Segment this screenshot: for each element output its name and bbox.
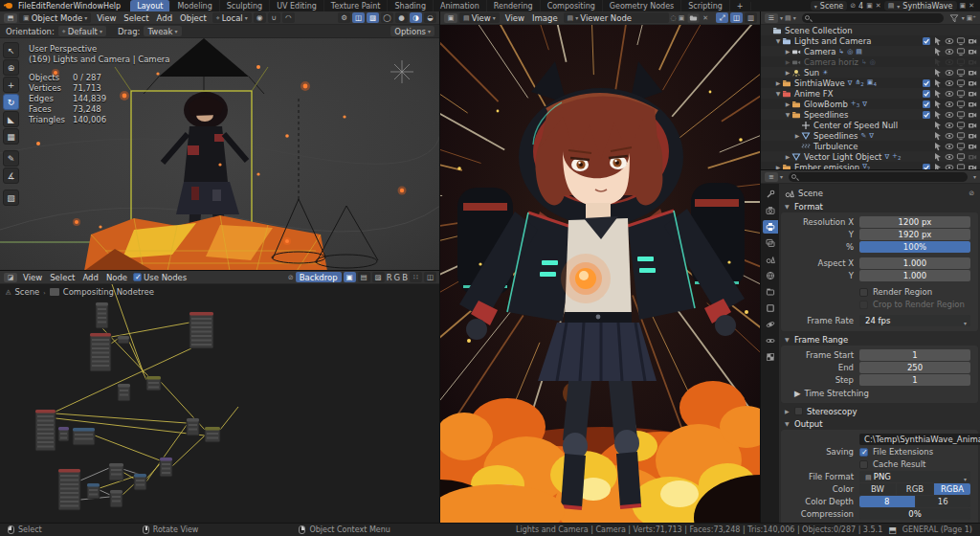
restrict-ptr-icon[interactable]	[932, 47, 943, 56]
restrict-check-icon[interactable]	[921, 89, 931, 99]
workspace-tab-rendering[interactable]: Rendering	[487, 0, 541, 11]
compositor-menu-view[interactable]: View	[19, 273, 46, 282]
restrict-check-icon[interactable]	[921, 36, 931, 46]
panel-header-stereoscopy[interactable]: ▶Stereoscopy	[781, 405, 978, 417]
editor-type-icon-outliner[interactable]: ☰	[765, 13, 778, 23]
outliner-row-camera[interactable]: ▶Camera↳◎▤	[761, 46, 980, 56]
restrict-cam-icon[interactable]	[967, 131, 977, 141]
restrict-cam-icon[interactable]	[967, 100, 977, 109]
checkbox-render-region[interactable]	[859, 288, 868, 297]
outliner-row-scene-collection[interactable]: Scene Collection	[761, 25, 980, 35]
shading-material-icon[interactable]: ◑	[410, 12, 422, 23]
channel-b[interactable]: B	[402, 273, 408, 282]
outliner-row-sun[interactable]: ▶Sun☀	[761, 67, 980, 78]
restrict-ptr-icon[interactable]	[932, 57, 943, 67]
properties-tab-scene[interactable]	[763, 253, 778, 266]
viewport-canvas[interactable]: ↖⊕+↻◣▦✎∡▧ User Perspective (169) Lights …	[0, 38, 440, 271]
restrict-scr-icon[interactable]	[955, 152, 966, 162]
restrict-cam-icon[interactable]	[967, 47, 977, 56]
comp-node-3[interactable]	[189, 312, 213, 348]
restrict-ptr-icon[interactable]	[932, 36, 943, 46]
pin-icon[interactable]: ⊘	[850, 2, 856, 10]
comp-node-6[interactable]	[35, 410, 56, 451]
comp-node-14[interactable]	[109, 463, 123, 480]
restrict-cam-icon[interactable]	[967, 121, 977, 130]
workspace-tab-geometry-nodes[interactable]: Geometry Nodes	[603, 0, 681, 11]
restrict-cam-icon[interactable]	[967, 57, 977, 67]
properties-options-icon[interactable]: ▾	[973, 173, 976, 180]
option-8[interactable]: 8	[859, 496, 915, 507]
value-field-y[interactable]: 1.000	[859, 270, 970, 281]
comp-node-4[interactable]	[118, 384, 130, 401]
restrict-eye-icon[interactable]	[944, 121, 954, 130]
properties-tab-data[interactable]	[763, 350, 778, 364]
comp-node-12[interactable]	[58, 469, 80, 510]
subpanel-time-stretching[interactable]: ▶Time Stretching	[781, 387, 974, 399]
outliner-row-ember-emission[interactable]: ▶Ember emission∇2	[761, 162, 980, 170]
disclosure-triangle[interactable]: ▼	[784, 111, 791, 118]
value-field-aspect-x[interactable]: 1.000	[859, 257, 970, 269]
value-field-frame-start[interactable]: 1	[859, 349, 970, 361]
backdrop-button[interactable]: Backdrop	[296, 272, 342, 282]
channel-color-alpha-icon[interactable]: ▣	[344, 272, 356, 282]
open-image-icon[interactable]	[688, 13, 700, 23]
tool-scale[interactable]: ◣	[3, 111, 19, 127]
restrict-eye-icon[interactable]	[944, 78, 954, 88]
value-field-step[interactable]: 1	[859, 374, 970, 386]
gizmo-toggle-icon[interactable]: ⚙	[338, 12, 350, 23]
channel-r[interactable]: R	[387, 273, 392, 282]
compositor-menu-add[interactable]: Add	[78, 273, 101, 282]
viewport-menu-object[interactable]: Object	[176, 13, 211, 23]
restrict-ptr-icon[interactable]	[932, 121, 943, 130]
outliner-row-speedlines[interactable]: ▶Speedlines✎∇	[761, 130, 980, 141]
image-editor-menu-image[interactable]: Image	[528, 13, 562, 23]
workspace-tab-uv-editing[interactable]: UV Editing	[270, 0, 324, 11]
restrict-cam-icon[interactable]	[967, 163, 977, 171]
display-channels-icon[interactable]: ▥	[745, 12, 757, 23]
restrict-ptr-icon[interactable]	[932, 78, 943, 88]
restrict-ptr-icon[interactable]	[932, 110, 943, 120]
properties-tab-world[interactable]	[763, 269, 778, 282]
blender-logo-icon[interactable]	[4, 2, 14, 10]
value-field-end[interactable]: 250	[859, 362, 970, 373]
editor-type-icon-properties[interactable]: ≡	[765, 172, 778, 182]
workspace-tab-texture-paint[interactable]: Texture Paint	[324, 0, 389, 11]
restrict-eye-icon[interactable]	[944, 57, 954, 67]
restrict-cam-icon[interactable]	[967, 152, 977, 162]
drag-dropdown[interactable]: Tweak▾	[144, 26, 181, 36]
comp-node-2[interactable]	[118, 336, 129, 344]
restrict-eye-icon[interactable]	[944, 36, 954, 46]
workspace-tab-shading[interactable]: Shading	[388, 0, 434, 11]
properties-tab-physics[interactable]	[763, 318, 778, 331]
restrict-check-icon[interactable]	[921, 78, 931, 88]
xray-toggle-icon[interactable]: ▨	[367, 12, 379, 23]
outliner-row-vector-light-object[interactable]: ▶Vector Light Object∇+2	[761, 151, 980, 162]
pin-icon[interactable]: ⊘	[969, 190, 974, 197]
restrict-scr-icon[interactable]	[955, 142, 966, 151]
restrict-scr-icon[interactable]	[955, 131, 966, 141]
restrict-eye-icon[interactable]	[944, 100, 954, 109]
topbar-menu-window[interactable]: Window	[73, 2, 103, 11]
checkbox-file-extensions[interactable]	[859, 448, 868, 457]
snapping-icon[interactable]: ∷	[410, 272, 422, 282]
restrict-ptr-icon[interactable]	[932, 152, 943, 162]
comp-node-10[interactable]	[205, 427, 220, 442]
outliner-row-speedlines[interactable]: ▼Speedlines	[761, 109, 980, 120]
restrict-cam-icon[interactable]	[967, 110, 977, 120]
restrict-check-icon[interactable]	[921, 110, 931, 120]
pin-icon[interactable]: ⊘	[288, 274, 294, 281]
workspace-tab-sculpting[interactable]: Sculpting	[220, 0, 270, 11]
viewport-menu-view[interactable]: View	[93, 13, 120, 23]
comp-node-0[interactable]	[96, 302, 108, 328]
shading-wireframe-icon[interactable]: ◯	[381, 12, 393, 23]
restrict-scr-icon[interactable]	[955, 121, 966, 130]
dropdown-frame-rate[interactable]: 24 fps▾	[859, 315, 970, 326]
restrict-check-icon[interactable]	[921, 100, 931, 109]
workspace-tab-compositing[interactable]: Compositing	[541, 0, 603, 11]
slider-compression[interactable]: 0%	[859, 508, 970, 520]
restrict-cam-icon[interactable]	[967, 78, 977, 88]
comp-node-15[interactable]	[110, 490, 122, 507]
restrict-eye-icon[interactable]	[944, 110, 954, 120]
restrict-eye-icon[interactable]	[944, 89, 954, 99]
restrict-ptr-icon[interactable]	[932, 100, 943, 109]
